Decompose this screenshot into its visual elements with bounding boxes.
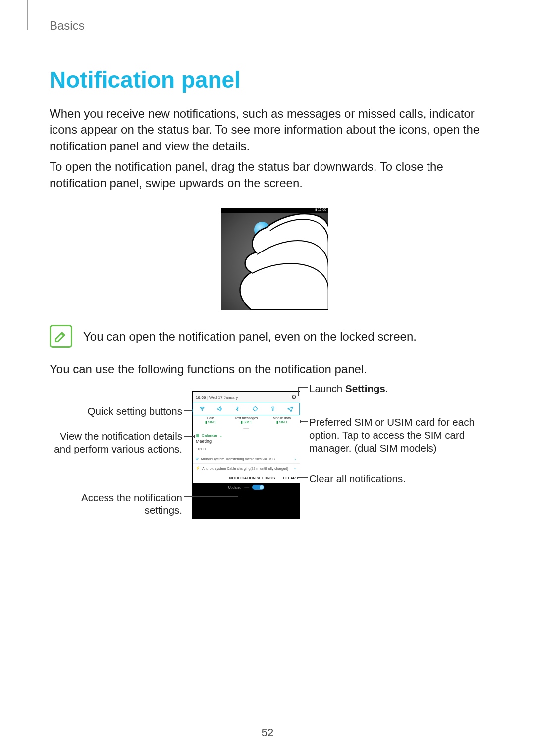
sim-calls-label: Calls (193, 416, 228, 420)
callout-bold: Settings (345, 383, 385, 394)
page-title: Notification panel (50, 66, 500, 93)
note-block: You can open the notification panel, eve… (50, 325, 500, 348)
sim-row[interactable]: Calls ▮ SIM 1 Text messages ▮ SIM 1 Mobi… (193, 415, 300, 427)
page-content: Basics Notification panel When you recei… (0, 0, 535, 535)
flashlight-icon[interactable] (264, 403, 282, 415)
sim-texts-value: SIM 1 (243, 420, 252, 424)
chevron-down-icon: ⌄ (219, 433, 223, 438)
chevron-down-icon: ⌄ (294, 457, 297, 461)
note-text: You can open the notification panel, eve… (83, 325, 417, 345)
sim-texts-label: Text messages (228, 416, 264, 420)
airplane-icon[interactable] (281, 403, 299, 415)
leader-line (184, 410, 192, 411)
bluetooth-icon[interactable] (228, 403, 246, 415)
sim-data-value: SIM 1 (279, 420, 287, 424)
clear-button[interactable]: CLEAR (283, 476, 296, 480)
intro-paragraph-1: When you receive new notifications, such… (50, 106, 500, 154)
panel-footer: NOTIFICATION SETTINGS CLEAR (193, 473, 300, 483)
leader-line (297, 477, 308, 478)
rotate-icon[interactable] (246, 403, 264, 415)
leader-line (300, 421, 308, 422)
sim-calls-value: SIM 1 (208, 420, 216, 424)
phone-time: 10:00 (196, 395, 206, 400)
callout-notif-settings: Access the notification settings. (50, 491, 182, 516)
leader-line (184, 436, 194, 437)
leader-line (184, 496, 238, 497)
hand-icon (221, 208, 328, 310)
breadcrumb: Basics (50, 19, 500, 33)
gesture-figure: ▮ 10:00 (221, 208, 328, 310)
system-notif-usb[interactable]: Ψ Android system Transferring media file… (193, 454, 300, 463)
meeting-title[interactable]: Meeting (193, 439, 300, 447)
callout-quick-settings: Quick setting buttons (50, 405, 182, 418)
system-notif-usb-text: Android system Transferring media files … (201, 457, 275, 461)
svg-rect-1 (253, 406, 258, 411)
page-number: 52 (0, 726, 535, 739)
callout-text: . (385, 383, 388, 394)
callout-launch-settings: Launch Settings. (309, 382, 497, 395)
note-icon (50, 325, 72, 348)
toggle-icon[interactable] (252, 485, 264, 490)
leader-line (298, 387, 308, 388)
calendar-icon: ▦ (196, 433, 200, 438)
notification-list: ▦ Calendar ⌄ Meeting 10:00 Ψ Android sys… (193, 431, 300, 483)
gear-icon[interactable]: ⚙ (291, 394, 297, 401)
system-notif-charging-text: Android system Cable charging(22 m until… (202, 467, 288, 470)
svg-point-0 (202, 410, 202, 411)
functions-intro: You can use the following functions on t… (50, 361, 500, 377)
wifi-icon[interactable] (193, 403, 211, 415)
quick-settings-row[interactable] (193, 403, 300, 415)
phone-statusbar: 10:00 | Wed 17 January ⚙ (193, 392, 300, 403)
usb-icon: Ψ (196, 457, 199, 461)
updated-row: Updated ── (228, 485, 264, 490)
leader-line (298, 387, 299, 396)
margin-rule (27, 0, 28, 30)
meeting-time: 10:00 (193, 447, 300, 454)
sound-icon[interactable] (211, 403, 229, 415)
notification-settings-button[interactable]: NOTIFICATION SETTINGS (229, 476, 275, 480)
charging-icon: ⚡ (196, 466, 200, 470)
updated-label: Updated (228, 486, 241, 489)
drag-handle-icon[interactable]: ── (193, 427, 300, 431)
calendar-label: Calendar (202, 433, 217, 438)
callout-sim: Preferred SIM or USIM card for each opti… (309, 416, 497, 454)
callout-clear: Clear all notifications. (309, 472, 497, 485)
chevron-down-icon: ⌄ (294, 466, 297, 470)
system-notif-charging[interactable]: ⚡ Android system Cable charging(22 m unt… (193, 463, 300, 473)
phone-mock: 10:00 | Wed 17 January ⚙ (192, 391, 300, 519)
sim-data-label: Mobile data (264, 416, 300, 420)
calendar-header[interactable]: ▦ Calendar ⌄ (193, 431, 300, 439)
phone-date: Wed 17 January (209, 395, 238, 400)
intro-paragraph-2: To open the notification panel, drag the… (50, 159, 500, 191)
callout-text: Launch (309, 383, 345, 394)
callout-details: View the notification details and perfor… (50, 430, 182, 455)
annotated-diagram: 10:00 | Wed 17 January ⚙ (50, 386, 505, 535)
phone-background: Updated ── (193, 483, 300, 518)
